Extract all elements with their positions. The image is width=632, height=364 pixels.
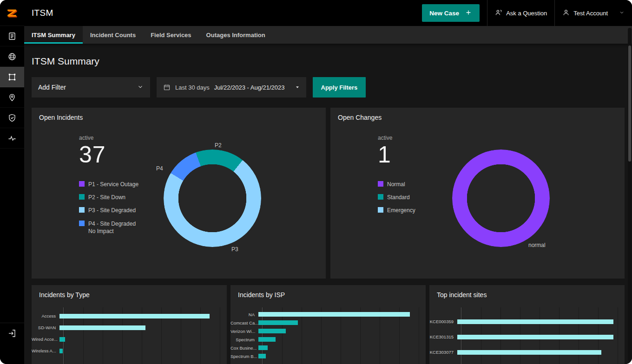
bar-row: KCE000359: [429, 314, 625, 329]
bar-track: [258, 354, 419, 358]
stat-label: active: [79, 135, 162, 141]
bar-track: [258, 312, 419, 317]
sidebar-bottom: [0, 323, 24, 344]
legend-item[interactable]: Standard: [378, 194, 461, 201]
tab-incident-counts[interactable]: Incident Counts: [83, 26, 143, 44]
assets-icon: [7, 72, 17, 82]
bar: [258, 320, 298, 325]
bar-row: NA: [230, 310, 426, 318]
bar-row: Wireless A...: [32, 345, 227, 357]
category-label: Cox Busine...: [230, 345, 258, 351]
sidebar-item-logout[interactable]: [0, 323, 24, 344]
bar: [258, 312, 410, 317]
category-label: Comcast Ca...: [230, 320, 258, 325]
ask-question-button[interactable]: Ask a Question: [487, 0, 554, 26]
app-window: ITSM New Case Ask a Question: [0, 0, 632, 364]
add-filter-label: Add Filter: [38, 84, 66, 91]
category-label: Wireless A...: [32, 348, 59, 353]
plus-icon: [465, 9, 472, 18]
bar-track: [457, 319, 618, 324]
legend-item[interactable]: Emergency: [378, 207, 461, 214]
incidents-by-isp-card: Incidents by ISP NAComcast Ca...Verizon …: [230, 285, 426, 364]
scrollbar-thumb[interactable]: [628, 46, 631, 162]
category-label: Access: [32, 313, 59, 318]
incidents-donut-ring: [164, 150, 261, 247]
bar-row: Verizon Wi...: [230, 327, 426, 335]
legend-item[interactable]: Normal: [378, 181, 461, 188]
caret-down-icon[interactable]: [295, 85, 300, 90]
bar-row: SD-WAN: [32, 322, 227, 333]
tab-field-services[interactable]: Field Services: [143, 26, 198, 44]
bar-track: [59, 349, 220, 353]
bar-track: [59, 325, 220, 330]
zayo-logo: [0, 0, 24, 26]
tab-bar: ITSM Summary Incident Counts Field Servi…: [24, 26, 632, 44]
bar: [258, 337, 276, 342]
bar-row: KCE301315: [429, 329, 625, 344]
calendar-icon: [163, 84, 171, 91]
legend-item[interactable]: P2 - Site Down: [79, 194, 162, 201]
top-incident-sites-title: Top incident sites: [429, 285, 625, 305]
bar-row: KCE303077: [429, 344, 625, 360]
legend-swatch: [378, 194, 383, 200]
bar-row: Wired Acce...: [32, 333, 227, 345]
tab-itsm-summary[interactable]: ITSM Summary: [24, 26, 83, 44]
active-incidents-stat: active 37 P1 - Service OutageP2 - Site D…: [79, 135, 162, 240]
category-label: Spectrum B...: [230, 354, 258, 359]
account-label: Test Account: [573, 10, 608, 17]
date-range-value: Jul/22/2023 - Aug/21/2023: [214, 84, 285, 91]
stat-value: 1: [378, 142, 461, 168]
sidebar-item-activity[interactable]: [0, 128, 24, 149]
top-incident-sites-card: Top incident sites KCE000359KCE301315KCE…: [429, 285, 625, 364]
open-incidents-card: Open Incidents active 37 P1 - Service Ou…: [32, 108, 326, 279]
legend-swatch: [378, 207, 383, 213]
bottom-cards-row: Incidents by Type AccessSD-WANWired Acce…: [32, 285, 625, 364]
bar-track: [59, 337, 220, 342]
logout-icon: [7, 329, 17, 338]
bar: [457, 335, 613, 339]
incidents-by-isp-title: Incidents by ISP: [230, 285, 426, 305]
legend-swatch: [79, 207, 85, 213]
open-changes-card: Open Changes active 1 NormalStandardEmer…: [330, 108, 625, 279]
new-case-button[interactable]: New Case: [422, 4, 480, 22]
bar-row: Cox Busine...: [230, 344, 426, 352]
bar-row: Comcast Ca...: [230, 318, 426, 327]
security-shield-icon: [7, 113, 17, 123]
bar: [59, 337, 65, 342]
category-label: KCE000359: [429, 319, 457, 324]
changes-donut-ring: [452, 150, 550, 247]
sidebar-item-locations[interactable]: [0, 87, 24, 108]
chevron-down-icon[interactable]: [619, 10, 625, 17]
open-incidents-body: active 37 P1 - Service OutageP2 - Site D…: [32, 127, 326, 278]
legend-item[interactable]: P3 - Site Degraded: [79, 207, 162, 214]
legend-item[interactable]: P1 - Service Outage: [79, 181, 162, 188]
category-label: Verizon Wi...: [230, 329, 258, 334]
bar-track: [457, 350, 618, 355]
tab-outages-information[interactable]: Outages Information: [199, 26, 273, 44]
apply-filters-button[interactable]: Apply Filters: [313, 77, 366, 98]
sidebar-item-network[interactable]: [0, 46, 24, 67]
stat-value: 37: [79, 142, 162, 168]
slice-label: P2: [215, 142, 222, 149]
filter-bar: Add Filter Last 30 days Jul/22/2023 - Au…: [32, 77, 625, 98]
legend-label: Emergency: [387, 207, 415, 214]
date-range-control[interactable]: Last 30 days Jul/22/2023 - Aug/21/2023: [157, 77, 306, 98]
vertical-scrollbar[interactable]: [628, 28, 632, 361]
bar: [258, 345, 268, 350]
bar: [258, 329, 286, 333]
legend-item[interactable]: P4 - Site Degraded No Impact: [79, 220, 162, 235]
chevron-down-icon: [137, 84, 144, 91]
legend-swatch: [79, 181, 85, 187]
account-button[interactable]: Test Account: [555, 0, 632, 26]
sidebar-item-security[interactable]: [0, 108, 24, 128]
incidents-donut-chart: [164, 150, 261, 247]
active-changes-stat: active 1 NormalStandardEmergency: [378, 135, 461, 220]
sidebar-item-reports[interactable]: [0, 26, 24, 46]
ask-question-label: Ask a Question: [506, 10, 547, 17]
add-filter-select[interactable]: Add Filter: [32, 77, 150, 98]
sidebar-item-assets[interactable]: [0, 67, 24, 87]
activity-pulse-icon: [7, 134, 17, 143]
legend-label: Standard: [387, 194, 410, 201]
bar: [59, 349, 63, 353]
changes-donut-legend: NormalStandardEmergency: [378, 181, 461, 214]
